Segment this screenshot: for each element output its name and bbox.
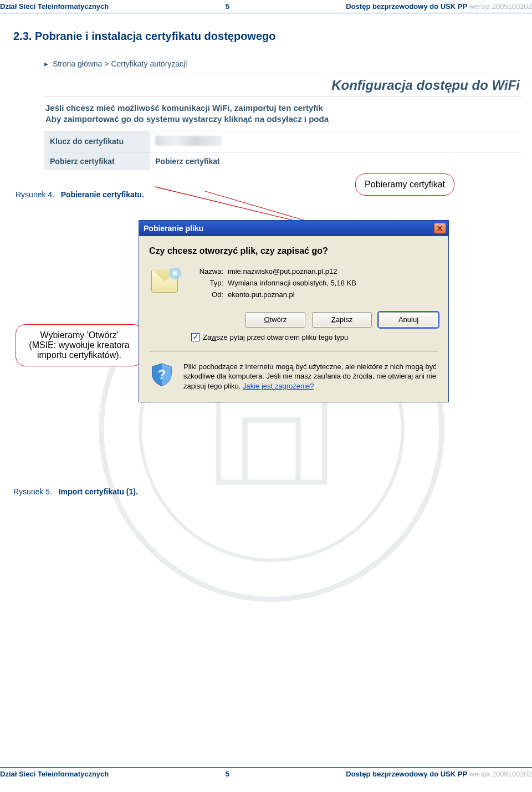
meta-type-value: Wymiana informacji osobistych, 5,18 KB bbox=[228, 279, 356, 287]
save-button[interactable]: Zapisz bbox=[312, 312, 372, 328]
footer-left: Dział Sieci Teleinformatycznych bbox=[0, 770, 109, 778]
figure5-caption: Rysunek 5. Import certyfikatu (1). bbox=[13, 487, 521, 496]
file-metadata: Nazwa:imie.nazwisko@put.poznan.pl.p12 Ty… bbox=[190, 267, 438, 302]
file-envelope-icon bbox=[149, 267, 180, 298]
screenshot-ekonto: ▸ Strona główna > Certyfikaty autoryzacj… bbox=[44, 59, 521, 170]
callout-download-cert: Pobieramy certyfikat bbox=[355, 173, 454, 196]
meta-type-key: Typ: bbox=[190, 279, 223, 287]
risk-link[interactable]: Jakie jest zagrożenie? bbox=[243, 382, 314, 390]
download-dialog: Pobieranie pliku ✕ Czy chcesz otworzyć p… bbox=[139, 220, 449, 403]
footer-page-number: 5 bbox=[226, 770, 229, 778]
figure5-number: Rysunek 5. bbox=[13, 487, 52, 496]
figure5-text: Import certyfikatu (1). bbox=[59, 487, 138, 496]
always-ask-label: Zawsze pytaj przed otwarciem pliku tego … bbox=[203, 333, 348, 341]
header-right-faded: wersja 2009100202 bbox=[469, 2, 532, 11]
header-right: Dostęp bezprzewodowy do USK PP wersja 20… bbox=[346, 2, 532, 11]
footer-right: Dostęp bezprzewodowy do USK PP wersja 20… bbox=[346, 770, 532, 778]
figure4-caption: Rysunek 4. Pobieranie certyfikatu. bbox=[16, 190, 144, 199]
figure4-number: Rysunek 4. bbox=[16, 190, 54, 199]
dialog-titlebar: Pobieranie pliku ✕ bbox=[139, 221, 448, 236]
footer-right-main: Dostęp bezprzewodowy do USK PP bbox=[346, 770, 469, 778]
dialog-buttons: Otwórz Zapisz Anuluj bbox=[149, 312, 438, 328]
page-header: Dział Sieci Teleinformatycznych 5 Dostęp… bbox=[0, 0, 532, 13]
close-icon: ✕ bbox=[437, 224, 443, 232]
always-ask-row: ✓ Zawsze pytaj przed otwarciem pliku teg… bbox=[191, 333, 438, 341]
meta-name-key: Nazwa: bbox=[190, 267, 223, 275]
dialog-area: Wybieramy 'Otwórz' (MSIE: wywołuje kreat… bbox=[11, 220, 521, 481]
shield-question-icon: ? bbox=[149, 362, 175, 387]
section-title: 2.3. Pobranie i instalacja certyfikatu d… bbox=[13, 30, 521, 43]
close-button[interactable]: ✕ bbox=[434, 223, 446, 234]
header-left: Dział Sieci Teleinformatycznych bbox=[0, 2, 109, 11]
header-page-number: 5 bbox=[226, 2, 229, 11]
figure4-text: Pobieranie certyfikatu. bbox=[61, 190, 144, 199]
svg-text:?: ? bbox=[158, 367, 166, 381]
footer-right-faded: wersja 2009100202 bbox=[469, 770, 532, 778]
cancel-button[interactable]: Anuluj bbox=[378, 312, 438, 328]
warning-row: ? Pliki pochodzące z Internetu mogą być … bbox=[149, 362, 438, 391]
warning-text: Pliki pochodzące z Internetu mogą być uż… bbox=[183, 362, 438, 391]
page-footer: Dział Sieci Teleinformatycznych 5 Dostęp… bbox=[0, 767, 532, 780]
open-button[interactable]: Otwórz bbox=[245, 312, 305, 328]
separator bbox=[149, 351, 438, 352]
always-ask-checkbox[interactable]: ✓ bbox=[191, 333, 200, 341]
callout-download-cert-text: Pobieramy certyfikat bbox=[365, 180, 445, 189]
meta-from-key: Od: bbox=[190, 290, 223, 299]
dialog-question: Czy chcesz otworzyć plik, czy zapisać go… bbox=[149, 246, 438, 256]
page-body: 2.3. Pobranie i instalacja certyfikatu d… bbox=[0, 13, 532, 767]
meta-from-value: ekonto.put.poznan.pl bbox=[228, 290, 295, 299]
dialog-title: Pobieranie pliku bbox=[144, 224, 203, 233]
header-right-main: Dostęp bezprzewodowy do USK PP bbox=[346, 2, 469, 11]
meta-name-value: imie.nazwisko@put.poznan.pl.p12 bbox=[228, 267, 337, 275]
